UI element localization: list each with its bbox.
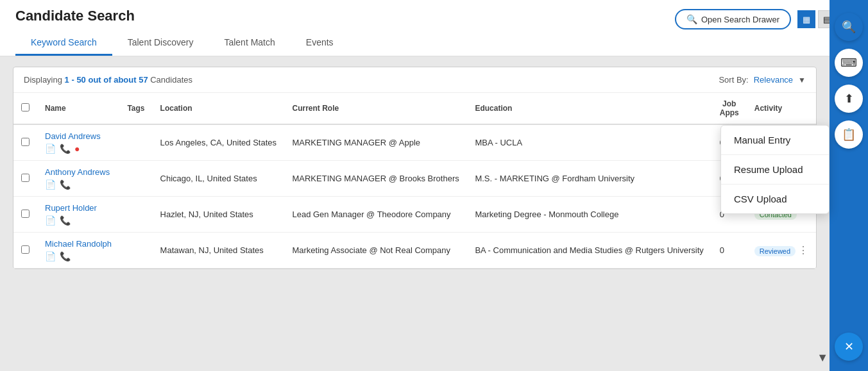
tag-icons: 📄 📞	[45, 251, 112, 261]
table-row: Rupert Holder 📄 📞 Hazlet, NJ, United Sta…	[13, 197, 816, 233]
select-all-checkbox[interactable]	[21, 103, 30, 111]
sort-value[interactable]: Relevance	[754, 75, 793, 85]
scroll-down-icon[interactable]: ▼	[817, 351, 828, 365]
keyboard-panel-button[interactable]: ⌨	[835, 49, 863, 77]
table-row: David Andrews 📄 📞 ● Los Angeles, CA, Uni…	[13, 124, 816, 161]
candidate-job-apps: 0	[712, 233, 747, 268]
list-icon: 📋	[842, 128, 856, 142]
close-icon: ✕	[844, 340, 854, 354]
candidate-education: Marketing Degree - Monmouth College	[467, 197, 711, 233]
candidate-name-link[interactable]: Rupert Holder	[45, 203, 97, 213]
row-more-options-icon[interactable]: ⋮	[798, 245, 808, 256]
results-panel: Displaying 1 - 50 out of about 57 Candid…	[13, 67, 817, 269]
candidate-education: BA - Communication and Media Studies @ R…	[467, 233, 711, 268]
page-wrapper: Candidate Search 🔍 Open Search Drawer ▦ …	[0, 0, 868, 371]
activity-badge: Reviewed	[754, 246, 796, 256]
search-panel-button[interactable]: 🔍	[835, 13, 863, 41]
col-location: Location	[153, 93, 285, 124]
table-row: Michael Randolph 📄 📞 Matawan, NJ, United…	[13, 233, 816, 268]
results-header: Displaying 1 - 50 out of about 57 Candid…	[13, 67, 816, 93]
col-activity: Activity	[747, 93, 816, 124]
tab-keyword-search[interactable]: Keyword Search	[15, 31, 112, 56]
grid-view-button[interactable]: ▦	[797, 10, 815, 28]
candidate-name-link[interactable]: Anthony Andrews	[45, 167, 110, 177]
dot-icon: ●	[74, 144, 80, 154]
row-checkbox[interactable]	[21, 138, 30, 146]
upload-panel-button[interactable]: ⬆	[835, 85, 863, 113]
popup-menu: Manual Entry Resume Upload CSV Upload	[720, 125, 830, 214]
candidate-location: Matawan, NJ, United States	[153, 233, 285, 268]
popup-item-csv-upload[interactable]: CSV Upload	[721, 185, 829, 213]
candidate-name-link[interactable]: Michael Randolph	[45, 239, 112, 249]
table-row: Anthony Andrews 📄 📞 Chicago, IL, United …	[13, 161, 816, 197]
phone-icon[interactable]: 📞	[60, 179, 71, 190]
phone-icon[interactable]: 📞	[60, 251, 71, 261]
open-search-drawer-button[interactable]: 🔍 Open Search Drawer	[675, 9, 791, 29]
tab-events[interactable]: Events	[291, 31, 349, 56]
search-icon: 🔍	[686, 14, 697, 24]
search-icon: 🔍	[842, 20, 856, 34]
candidate-location: Los Angeles, CA, United States	[153, 124, 285, 161]
cancel-button[interactable]: ✕	[835, 333, 863, 361]
table-header-row: Name Tags Location Current Role Educatio…	[13, 93, 816, 124]
candidate-role: Marketing Associate @ Not Real Company	[284, 233, 467, 268]
list-panel-button[interactable]: 📋	[835, 120, 863, 149]
candidate-role: MARKETING MANAGER @ Brooks Brothers	[284, 161, 467, 197]
row-checkbox[interactable]	[21, 174, 30, 182]
tab-talent-match[interactable]: Talent Match	[208, 31, 290, 56]
candidates-table: Name Tags Location Current Role Educatio…	[13, 93, 816, 268]
col-education: Education	[467, 93, 711, 124]
sort-area: Sort By: Relevance ▼	[719, 75, 806, 85]
candidate-location: Chicago, IL, United States	[153, 161, 285, 197]
col-name: Name	[37, 93, 119, 124]
col-current-role: Current Role	[284, 93, 467, 124]
col-job-apps: JobApps	[712, 93, 747, 124]
tabs-bar: Keyword Search Talent Discovery Talent M…	[15, 31, 853, 56]
candidate-location: Hazlet, NJ, United States	[153, 197, 285, 233]
upload-icon: ⬆	[844, 92, 854, 106]
row-checkbox[interactable]	[21, 210, 30, 218]
candidate-education: MBA - UCLA	[467, 124, 711, 161]
candidate-role: MARKETING MANAGER @ Apple	[284, 124, 467, 161]
doc-icon[interactable]: 📄	[45, 215, 56, 226]
right-panel: 🔍 ⌨ ⬆ 📋 ✕	[830, 0, 868, 371]
results-count: Displaying 1 - 50 out of about 57 Candid…	[24, 75, 192, 85]
top-right-controls: 🔍 Open Search Drawer ▦ ▤	[675, 9, 836, 29]
keyboard-icon: ⌨	[840, 56, 857, 70]
doc-icon[interactable]: 📄	[45, 144, 56, 154]
sort-dropdown-icon[interactable]: ▼	[798, 76, 806, 85]
doc-icon[interactable]: 📄	[45, 179, 56, 190]
popup-item-manual-entry[interactable]: Manual Entry	[721, 126, 829, 155]
candidate-name-link[interactable]: David Andrews	[45, 131, 101, 141]
candidate-role: Lead Gen Manager @ Theodore Company	[284, 197, 467, 233]
candidate-education: M.S. - MARKETING @ Fordham University	[467, 161, 711, 197]
tag-icons: 📄 📞 ●	[45, 144, 112, 154]
doc-icon[interactable]: 📄	[45, 251, 56, 261]
select-all-header	[13, 93, 37, 124]
tag-icons: 📄 📞	[45, 179, 112, 190]
row-checkbox[interactable]	[21, 245, 30, 254]
header: Candidate Search 🔍 Open Search Drawer ▦ …	[0, 0, 868, 56]
tag-icons: 📄 📞	[45, 215, 112, 226]
popup-item-resume-upload[interactable]: Resume Upload	[721, 155, 829, 185]
tab-talent-discovery[interactable]: Talent Discovery	[112, 31, 209, 56]
phone-icon[interactable]: 📞	[60, 215, 71, 226]
col-tags: Tags	[119, 93, 152, 124]
phone-icon[interactable]: 📞	[60, 144, 71, 154]
